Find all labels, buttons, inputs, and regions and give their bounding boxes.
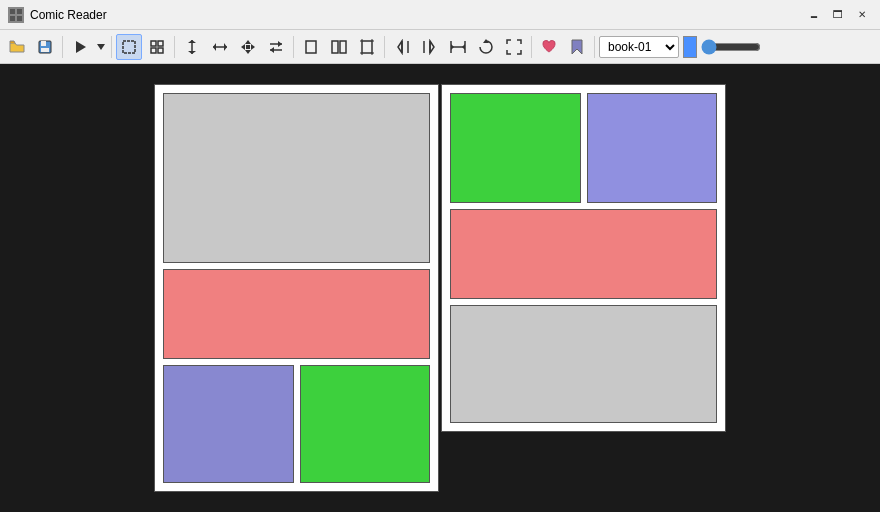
svg-rect-9 [123,41,135,53]
svg-rect-3 [17,16,22,21]
rotate-btn[interactable] [473,34,499,60]
svg-marker-28 [270,47,274,53]
svg-rect-10 [151,41,156,46]
svg-rect-29 [306,41,316,53]
svg-marker-16 [188,51,196,54]
panel-purple-bot-left [163,365,294,483]
panel-top-row-right [450,93,717,203]
shrink-left-btn[interactable] [389,34,415,60]
svg-rect-2 [10,16,15,21]
shrink-right-btn[interactable] [417,34,443,60]
dual-page-btn[interactable] [326,34,352,60]
svg-marker-22 [241,44,245,50]
minimize-button[interactable]: 🗕 [804,5,824,25]
svg-marker-8 [97,44,105,50]
separator-1 [62,36,63,58]
svg-marker-23 [251,44,255,50]
bookmark-btn[interactable] [564,34,590,60]
title-bar: Comic Reader 🗕 🗖 ✕ [0,0,880,30]
panel-red-mid-left [163,269,430,359]
separator-3 [174,36,175,58]
svg-marker-15 [188,40,196,43]
panel-bottom-row-left [163,365,430,483]
resize-v-btn[interactable] [179,34,205,60]
svg-marker-20 [245,40,251,44]
svg-rect-6 [41,48,49,52]
svg-marker-21 [245,50,251,54]
main-area [0,64,880,512]
svg-rect-1 [17,9,22,14]
play-dropdown-btn[interactable] [95,34,107,60]
maximize-button[interactable]: 🗖 [828,5,848,25]
svg-rect-31 [340,41,346,53]
window-controls: 🗕 🗖 ✕ [804,5,872,25]
panel-green-top-left-right [450,93,581,203]
separator-7 [594,36,595,58]
color-indicator [683,36,697,58]
svg-marker-7 [76,41,86,53]
svg-rect-13 [158,48,163,53]
close-button[interactable]: ✕ [852,5,872,25]
svg-rect-30 [332,41,338,53]
resize-h-btn[interactable] [207,34,233,60]
panel-purple-top-right-right [587,93,718,203]
book-dropdown[interactable]: book-01 book-02 book-03 [599,36,679,58]
open-folder-btn[interactable] [4,34,30,60]
separator-6 [531,36,532,58]
grid-tool-btn[interactable] [144,34,170,60]
zoom-slider[interactable] [701,39,761,55]
svg-marker-45 [430,41,434,53]
app-title: Comic Reader [30,8,804,22]
save-btn[interactable] [32,34,58,60]
single-page-btn[interactable] [298,34,324,60]
panel-green-bot-right [300,365,431,483]
svg-marker-19 [224,43,227,51]
move-btn[interactable] [235,34,261,60]
left-page [154,84,439,492]
select-tool-btn[interactable] [116,34,142,60]
play-btn[interactable] [67,34,93,60]
svg-marker-42 [398,41,402,53]
svg-rect-12 [151,48,156,53]
svg-rect-24 [246,45,250,49]
fit-width-btn[interactable] [445,34,471,60]
separator-5 [384,36,385,58]
svg-marker-18 [213,43,216,51]
svg-rect-11 [158,41,163,46]
separator-4 [293,36,294,58]
app-icon [8,7,24,23]
panel-gray-bot-right [450,305,717,423]
svg-rect-32 [362,41,372,53]
swap-btn[interactable] [263,34,289,60]
svg-rect-0 [10,9,15,14]
right-page [441,84,726,432]
pages-container [154,84,726,492]
separator-2 [111,36,112,58]
svg-rect-5 [41,41,46,46]
heart-btn[interactable] [536,34,562,60]
svg-marker-53 [572,40,582,54]
panel-gray-top-left [163,93,430,263]
toolbar: book-01 book-02 book-03 [0,30,880,64]
svg-marker-26 [278,41,282,47]
fit-page-btn[interactable] [354,34,380,60]
panel-red-mid-right [450,209,717,299]
fullscreen-btn[interactable] [501,34,527,60]
